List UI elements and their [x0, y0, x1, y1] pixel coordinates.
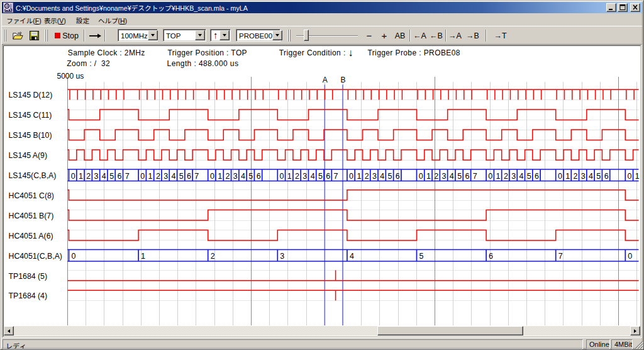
- bus-value: 5: [109, 172, 114, 181]
- scroll-left-button[interactable]: [4, 326, 14, 336]
- toolbar-separator: [409, 30, 411, 42]
- bus-value: 7: [194, 172, 199, 181]
- signal-trace: [67, 270, 638, 280]
- window-title: C:¥Documents and Settings¥noname¥デスクトップ¥…: [16, 3, 606, 13]
- bus-value: 2: [211, 252, 215, 261]
- bus-value: 0: [71, 172, 75, 181]
- goto-trigger-button[interactable]: →T: [492, 28, 508, 43]
- chevron-down-icon: [151, 34, 155, 37]
- status-bar: レディ Online 4MBit: [2, 339, 643, 349]
- trigger-position-combo[interactable]: TOP: [163, 29, 206, 42]
- set-cursor-a-button[interactable]: →A: [447, 28, 463, 43]
- menu-item-file[interactable]: ファイル(F): [6, 16, 41, 25]
- menu-item-settings[interactable]: 設定: [76, 16, 89, 25]
- bus-value: 6: [489, 252, 493, 261]
- menu-mnemonic: H: [120, 17, 125, 25]
- status-message: レディ: [3, 339, 583, 349]
- time-ruler-label: 5000 us: [57, 72, 84, 81]
- chevron-down-icon: [198, 34, 202, 37]
- arrow-left-icon: [8, 329, 10, 333]
- bus-value: 0: [628, 172, 632, 181]
- bus-value: 0: [488, 172, 492, 181]
- signal-label: HC4051 A(6): [9, 232, 53, 240]
- grid-minor: [86, 82, 637, 325]
- close-button[interactable]: [630, 3, 640, 12]
- toolbar-gripper[interactable]: [3, 30, 7, 42]
- signal-trace: [67, 89, 638, 99]
- menu-item-view[interactable]: 表示(V): [44, 16, 66, 25]
- trigger-probe-combo[interactable]: PROBE00: [236, 29, 280, 42]
- trigger-edge-combo[interactable]: ↑: [210, 29, 231, 42]
- bus-value: 0: [210, 172, 214, 181]
- chevron-down-icon: [275, 34, 279, 37]
- toolbar-gripper[interactable]: [45, 30, 48, 42]
- bus-value: 6: [396, 172, 400, 181]
- zoom-out-button[interactable]: −: [362, 28, 377, 43]
- zoom-out-label: −: [367, 30, 372, 41]
- combo-dropdown-button[interactable]: [148, 30, 158, 40]
- save-file-button[interactable]: [26, 28, 42, 43]
- minimize-button[interactable]: [606, 3, 616, 12]
- bus-value: 0: [349, 172, 353, 181]
- signal-trace: [67, 150, 638, 160]
- status-memory: 4MBit: [611, 339, 633, 349]
- floppy-disk-icon: [30, 31, 39, 40]
- bus-value: 2: [86, 172, 91, 181]
- channel-rails: [67, 89, 638, 300]
- bus-value: 3: [280, 252, 284, 261]
- toolbar-separator: [84, 30, 85, 42]
- app-icon: [3, 3, 13, 13]
- toolbar-separator: [486, 30, 487, 42]
- bus-value: 0: [72, 252, 76, 261]
- cursor-a-label: A: [323, 76, 328, 84]
- bus-value: 5: [388, 172, 392, 181]
- bus-value: 3: [303, 172, 307, 181]
- maximize-button[interactable]: [618, 3, 628, 12]
- sample-clock-combo[interactable]: 100MHz: [118, 29, 158, 42]
- stop-icon: [55, 33, 60, 38]
- combo-dropdown-button[interactable]: [195, 30, 205, 40]
- signal-label: LS145 C(11): [9, 111, 52, 120]
- status-online: Online: [586, 339, 610, 349]
- slider-thumb[interactable]: [304, 30, 309, 41]
- signal-trace: [67, 290, 638, 300]
- zoom-in-button[interactable]: +: [377, 28, 392, 43]
- app-window: C:¥Documents and Settings¥noname¥デスクトップ¥…: [0, 0, 644, 350]
- horizontal-scrollbar[interactable]: [4, 326, 640, 336]
- zoom-in-label: +: [382, 30, 387, 41]
- set-b-label: →B: [466, 31, 479, 40]
- bus-value: 1: [141, 252, 145, 261]
- goto-cursor-b-button[interactable]: ←B: [428, 28, 444, 43]
- toolbar-separator: [104, 30, 106, 42]
- goto-cursor-a-button[interactable]: ←A: [412, 28, 428, 43]
- bus-value: 1: [148, 172, 153, 181]
- bus-boundaries: [69, 250, 626, 261]
- bus-value: 1: [565, 172, 570, 181]
- zoom-slider[interactable]: [295, 28, 359, 43]
- resize-grip[interactable]: [635, 341, 643, 349]
- combo-dropdown-button[interactable]: [272, 30, 282, 40]
- signal-trace: [67, 190, 638, 200]
- toolbar-gripper[interactable]: [287, 30, 291, 42]
- bus-value: 6: [604, 172, 609, 181]
- bus-value: 5: [318, 172, 323, 181]
- waveform-plot[interactable]: 5000 usABLS145 D(12)LS145 C(11)LS145 B(1…: [4, 46, 640, 326]
- signal-trace: [67, 210, 638, 220]
- scrollbar-thumb[interactable]: [377, 326, 523, 336]
- zoom-ab-button[interactable]: AB: [392, 28, 408, 43]
- arrow-right-icon: [634, 329, 636, 333]
- bus-value: 4: [350, 252, 354, 261]
- signal-trace: [67, 110, 638, 120]
- run-button[interactable]: [86, 28, 105, 43]
- bus-value: 4: [311, 172, 315, 181]
- set-cursor-b-button[interactable]: →B: [465, 28, 480, 43]
- title-bar[interactable]: C:¥Documents and Settings¥noname¥デスクトップ¥…: [2, 2, 642, 13]
- combo-dropdown-button[interactable]: [219, 30, 230, 40]
- scroll-right-button[interactable]: [630, 326, 640, 336]
- menu-mnemonic: F: [35, 17, 39, 25]
- open-file-button[interactable]: [10, 28, 26, 43]
- bus-value: 6: [465, 172, 469, 181]
- stop-button[interactable]: Stop: [51, 28, 82, 43]
- bus-value: 4: [241, 172, 245, 181]
- menu-item-help[interactable]: ヘルプ(H): [98, 16, 127, 25]
